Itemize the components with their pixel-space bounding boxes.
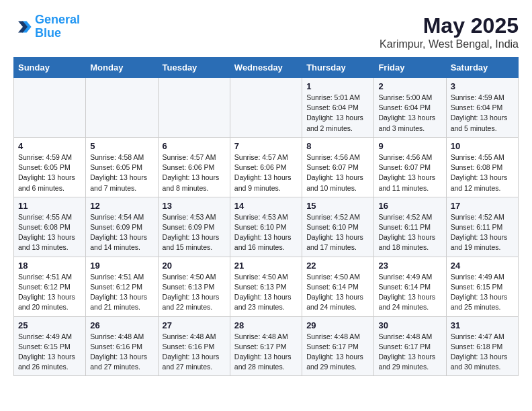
day-info: Sunrise: 4:48 AMSunset: 6:16 PMDaylight:… — [90, 332, 153, 373]
day-info: Sunrise: 4:54 AMSunset: 6:09 PMDaylight:… — [90, 212, 153, 253]
day-number: 27 — [163, 320, 226, 330]
day-info: Sunrise: 4:53 AMSunset: 6:09 PMDaylight:… — [163, 212, 226, 253]
calendar-cell: 8Sunrise: 4:56 AMSunset: 6:07 PMDaylight… — [302, 137, 374, 197]
weekday-header-saturday: Saturday — [446, 58, 518, 78]
calendar-week-row: 11Sunrise: 4:55 AMSunset: 6:08 PMDayligh… — [14, 197, 519, 257]
day-number: 4 — [18, 141, 81, 151]
title-block: May 2025 Karimpur, West Bengal, India — [380, 13, 519, 50]
day-number: 7 — [234, 141, 298, 151]
day-number: 18 — [18, 261, 81, 271]
calendar-body: 1Sunrise: 5:01 AMSunset: 6:04 PMDaylight… — [14, 78, 519, 376]
calendar-header: SundayMondayTuesdayWednesdayThursdayFrid… — [14, 58, 519, 78]
logo-icon — [13, 17, 32, 36]
day-number: 15 — [306, 201, 369, 211]
calendar-cell: 9Sunrise: 4:56 AMSunset: 6:07 PMDaylight… — [374, 137, 446, 197]
day-info: Sunrise: 4:56 AMSunset: 6:07 PMDaylight:… — [306, 152, 369, 193]
calendar-cell — [86, 78, 158, 138]
calendar-cell: 17Sunrise: 4:52 AMSunset: 6:11 PMDayligh… — [446, 197, 518, 257]
calendar-cell: 22Sunrise: 4:50 AMSunset: 6:14 PMDayligh… — [302, 257, 374, 316]
day-info: Sunrise: 4:50 AMSunset: 6:13 PMDaylight:… — [163, 272, 226, 313]
day-number: 30 — [378, 320, 441, 330]
day-info: Sunrise: 4:52 AMSunset: 6:10 PMDaylight:… — [306, 212, 369, 253]
day-info: Sunrise: 4:48 AMSunset: 6:16 PMDaylight:… — [163, 332, 226, 373]
day-number: 22 — [306, 261, 369, 271]
calendar-cell: 15Sunrise: 4:52 AMSunset: 6:10 PMDayligh… — [302, 197, 374, 257]
day-number: 13 — [163, 201, 226, 211]
day-number: 26 — [90, 320, 153, 330]
day-info: Sunrise: 4:57 AMSunset: 6:06 PMDaylight:… — [163, 152, 226, 193]
day-info: Sunrise: 4:55 AMSunset: 6:08 PMDaylight:… — [18, 212, 81, 253]
weekday-header-friday: Friday — [374, 58, 446, 78]
day-info: Sunrise: 4:49 AMSunset: 6:15 PMDaylight:… — [18, 332, 81, 373]
day-number: 23 — [378, 261, 441, 271]
weekday-header-tuesday: Tuesday — [158, 58, 230, 78]
calendar-cell: 6Sunrise: 4:57 AMSunset: 6:06 PMDaylight… — [158, 137, 230, 197]
day-number: 11 — [18, 201, 81, 211]
day-number: 16 — [378, 201, 441, 211]
day-info: Sunrise: 4:47 AMSunset: 6:18 PMDaylight:… — [451, 332, 514, 373]
calendar-cell: 2Sunrise: 5:00 AMSunset: 6:04 PMDaylight… — [374, 78, 446, 138]
calendar-cell: 24Sunrise: 4:49 AMSunset: 6:15 PMDayligh… — [446, 257, 518, 316]
weekday-header-thursday: Thursday — [302, 58, 374, 78]
calendar-week-row: 4Sunrise: 4:59 AMSunset: 6:05 PMDaylight… — [14, 137, 519, 197]
calendar-cell: 11Sunrise: 4:55 AMSunset: 6:08 PMDayligh… — [14, 197, 86, 257]
day-info: Sunrise: 4:50 AMSunset: 6:13 PMDaylight:… — [234, 272, 298, 313]
calendar-cell: 26Sunrise: 4:48 AMSunset: 6:16 PMDayligh… — [86, 316, 158, 376]
day-number: 6 — [163, 141, 226, 151]
calendar-cell: 31Sunrise: 4:47 AMSunset: 6:18 PMDayligh… — [446, 316, 518, 376]
calendar-cell — [230, 78, 302, 138]
weekday-header-sunday: Sunday — [14, 58, 86, 78]
calendar-cell — [14, 78, 86, 138]
calendar-cell: 1Sunrise: 5:01 AMSunset: 6:04 PMDaylight… — [302, 78, 374, 138]
day-number: 14 — [234, 201, 298, 211]
day-info: Sunrise: 4:49 AMSunset: 6:14 PMDaylight:… — [378, 272, 441, 313]
calendar-cell: 16Sunrise: 4:52 AMSunset: 6:11 PMDayligh… — [374, 197, 446, 257]
page-header: General Blue May 2025 Karimpur, West Ben… — [13, 13, 519, 50]
calendar-cell: 23Sunrise: 4:49 AMSunset: 6:14 PMDayligh… — [374, 257, 446, 316]
day-info: Sunrise: 4:48 AMSunset: 6:17 PMDaylight:… — [234, 332, 298, 373]
calendar-table: SundayMondayTuesdayWednesdayThursdayFrid… — [13, 57, 519, 376]
day-number: 19 — [90, 261, 153, 271]
day-info: Sunrise: 4:57 AMSunset: 6:06 PMDaylight:… — [234, 152, 298, 193]
day-info: Sunrise: 4:48 AMSunset: 6:17 PMDaylight:… — [378, 332, 441, 373]
calendar-cell: 27Sunrise: 4:48 AMSunset: 6:16 PMDayligh… — [158, 316, 230, 376]
day-number: 3 — [451, 81, 514, 91]
day-info: Sunrise: 4:49 AMSunset: 6:15 PMDaylight:… — [451, 272, 514, 313]
calendar-cell: 4Sunrise: 4:59 AMSunset: 6:05 PMDaylight… — [14, 137, 86, 197]
weekday-header-wednesday: Wednesday — [230, 58, 302, 78]
calendar-cell: 28Sunrise: 4:48 AMSunset: 6:17 PMDayligh… — [230, 316, 302, 376]
day-number: 2 — [378, 81, 441, 91]
calendar-cell: 29Sunrise: 4:48 AMSunset: 6:17 PMDayligh… — [302, 316, 374, 376]
day-number: 28 — [234, 320, 298, 330]
day-number: 12 — [90, 201, 153, 211]
day-number: 1 — [306, 81, 369, 91]
day-number: 24 — [451, 261, 514, 271]
day-info: Sunrise: 4:59 AMSunset: 6:04 PMDaylight:… — [451, 93, 514, 134]
calendar-cell: 20Sunrise: 4:50 AMSunset: 6:13 PMDayligh… — [158, 257, 230, 316]
calendar-week-row: 25Sunrise: 4:49 AMSunset: 6:15 PMDayligh… — [14, 316, 519, 376]
day-number: 21 — [234, 261, 298, 271]
day-info: Sunrise: 4:55 AMSunset: 6:08 PMDaylight:… — [451, 152, 514, 193]
day-info: Sunrise: 4:58 AMSunset: 6:05 PMDaylight:… — [90, 152, 153, 193]
calendar-cell: 30Sunrise: 4:48 AMSunset: 6:17 PMDayligh… — [374, 316, 446, 376]
calendar-week-row: 1Sunrise: 5:01 AMSunset: 6:04 PMDaylight… — [14, 78, 519, 138]
calendar-week-row: 18Sunrise: 4:51 AMSunset: 6:12 PMDayligh… — [14, 257, 519, 316]
calendar-cell: 14Sunrise: 4:53 AMSunset: 6:10 PMDayligh… — [230, 197, 302, 257]
day-number: 10 — [451, 141, 514, 151]
day-info: Sunrise: 4:53 AMSunset: 6:10 PMDaylight:… — [234, 212, 298, 253]
logo: General Blue — [13, 13, 80, 40]
weekday-header-monday: Monday — [86, 58, 158, 78]
calendar-cell: 25Sunrise: 4:49 AMSunset: 6:15 PMDayligh… — [14, 316, 86, 376]
calendar-cell — [158, 78, 230, 138]
day-info: Sunrise: 4:51 AMSunset: 6:12 PMDaylight:… — [90, 272, 153, 313]
day-number: 5 — [90, 141, 153, 151]
calendar-cell: 12Sunrise: 4:54 AMSunset: 6:09 PMDayligh… — [86, 197, 158, 257]
day-number: 25 — [18, 320, 81, 330]
day-info: Sunrise: 4:52 AMSunset: 6:11 PMDaylight:… — [451, 212, 514, 253]
calendar-cell: 18Sunrise: 4:51 AMSunset: 6:12 PMDayligh… — [14, 257, 86, 316]
calendar-cell: 10Sunrise: 4:55 AMSunset: 6:08 PMDayligh… — [446, 137, 518, 197]
location-subtitle: Karimpur, West Bengal, India — [380, 38, 519, 50]
day-number: 8 — [306, 141, 369, 151]
day-info: Sunrise: 4:51 AMSunset: 6:12 PMDaylight:… — [18, 272, 81, 313]
calendar-cell: 5Sunrise: 4:58 AMSunset: 6:05 PMDaylight… — [86, 137, 158, 197]
